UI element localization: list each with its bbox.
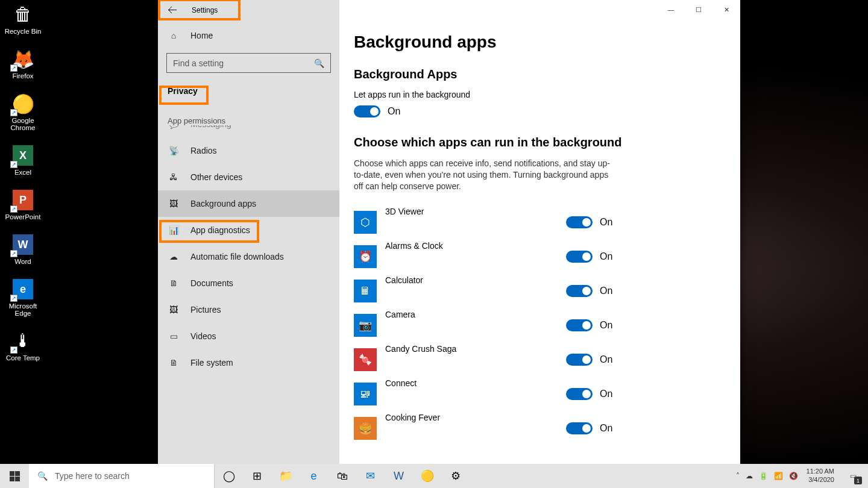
nav-icon: 🖧 — [168, 172, 180, 182]
taskbar-search[interactable]: 🔍 Type here to search — [29, 464, 215, 488]
window-title: Settings — [187, 6, 232, 14]
nav-icon: 💬 — [168, 125, 180, 129]
chrome-icon[interactable]: 🟡 — [413, 464, 441, 488]
app-icon: ⏰ — [354, 245, 377, 268]
home-row[interactable]: ⌂ Home — [158, 23, 339, 48]
settings-content: Background apps Background Apps Let apps… — [339, 20, 740, 466]
store-icon[interactable]: 🛍 — [328, 464, 356, 488]
close-button[interactable]: ✕ — [712, 0, 740, 19]
app-name: Connect — [385, 377, 566, 388]
app-row-camera: 📷CameraOn — [354, 308, 716, 343]
desktop-icon-word[interactable]: W↗Word — [2, 233, 43, 265]
app-toggle[interactable] — [566, 422, 593, 434]
desktop-icon-firefox[interactable]: 🦊↗Firefox — [2, 47, 43, 80]
nav-label: Documents — [190, 278, 233, 288]
maximize-button[interactable]: ☐ — [685, 0, 712, 19]
notification-badge: 1 — [854, 477, 862, 484]
app-row-candy-crush-saga: 🍬Candy Crush SagaOn — [354, 343, 716, 377]
desktop-icon-core-temp[interactable]: 🌡↗Core Temp — [2, 329, 43, 361]
nav-label: Other devices — [190, 172, 242, 182]
start-button[interactable] — [0, 464, 29, 488]
app-toggle-state: On — [600, 423, 612, 434]
app-toggle[interactable] — [566, 285, 593, 297]
app-icon: ⬡ — [354, 211, 377, 234]
app-row-calculator: 🖩CalculatorOn — [354, 274, 716, 308]
desktop-icon-recycle-bin[interactable]: 🗑Recycle Bin — [2, 2, 43, 35]
section-heading-b: Choose which apps can run in the backgro… — [354, 136, 716, 149]
home-icon: ⌂ — [168, 31, 180, 40]
settings-taskbar-icon[interactable]: ⚙ — [441, 464, 470, 488]
app-toggle[interactable] — [566, 319, 593, 331]
app-row-alarms-clock: ⏰Alarms & ClockOn — [354, 240, 716, 274]
core-temp-icon: 🌡↗ — [11, 329, 35, 353]
back-button[interactable]: 🡠 — [158, 0, 187, 20]
sidebar-item-messaging[interactable]: 💬Messaging — [158, 125, 339, 137]
nav-icon: 🖼 — [168, 305, 180, 314]
sidebar-item-file-system[interactable]: 🗎File system — [158, 349, 339, 376]
desktop-icon-excel[interactable]: X↗Excel — [2, 143, 43, 176]
windows-logo-icon — [10, 471, 20, 481]
network-icon[interactable]: 📶 — [772, 464, 785, 488]
nav-icon: 🗎 — [168, 278, 180, 288]
sidebar-item-automatic-file-downloads[interactable]: ☁Automatic file downloads — [158, 243, 339, 270]
app-toggle[interactable] — [566, 354, 593, 366]
master-toggle[interactable] — [354, 105, 380, 117]
app-name: Cooking Fever — [385, 411, 566, 422]
nav-label: Pictures — [190, 305, 221, 314]
app-toggle-state: On — [600, 320, 612, 331]
app-name: Calculator — [385, 274, 566, 285]
app-name: 3D Viewer — [385, 205, 566, 216]
action-center-icon[interactable]: ▭1 — [840, 464, 866, 488]
app-name: Alarms & Clock — [385, 240, 566, 251]
minimize-button[interactable]: — — [657, 0, 685, 19]
desktop-icon-google-chrome[interactable]: 🟡↗Google Chrome — [2, 92, 43, 131]
nav-icon: ▭ — [168, 331, 180, 341]
sidebar-nav[interactable]: 💬Messaging📡Radios🖧Other devices🖼Backgrou… — [158, 125, 339, 433]
settings-search-input[interactable]: Find a setting 🔍 — [166, 53, 331, 73]
nav-icon: 🖼 — [168, 199, 180, 208]
app-toggle-state: On — [600, 389, 612, 399]
section-description: Choose which apps can receive info, send… — [354, 158, 613, 192]
mail-icon[interactable]: ✉ — [356, 464, 385, 488]
app-toggle[interactable] — [566, 216, 593, 228]
nav-label: Automatic file downloads — [190, 252, 284, 261]
search-placeholder: Find a setting — [173, 58, 224, 68]
recycle-bin-icon: 🗑 — [11, 2, 35, 27]
file-explorer-icon[interactable]: 📁 — [271, 464, 300, 488]
tray-date: 3/4/2020 — [808, 476, 834, 484]
nav-label: App diagnostics — [190, 225, 250, 235]
desktop-icon-microsoft-edge[interactable]: e↗Microsoft Edge — [2, 277, 43, 317]
app-icon: 🍔 — [354, 417, 377, 440]
app-icon: 📷 — [354, 314, 377, 337]
app-toggle[interactable] — [566, 388, 593, 400]
cortana-icon[interactable]: ◯ — [215, 464, 243, 488]
sidebar-item-app-diagnostics[interactable]: 📊App diagnostics — [158, 217, 339, 243]
sidebar-item-radios[interactable]: 📡Radios — [158, 137, 339, 164]
app-toggle[interactable] — [566, 251, 593, 263]
settings-titlebar: 🡠 Settings — ☐ ✕ — [158, 0, 740, 20]
nav-label: Messaging — [190, 125, 231, 129]
window-controls: — ☐ ✕ — [657, 0, 740, 19]
sidebar-item-other-devices[interactable]: 🖧Other devices — [158, 164, 339, 190]
nav-icon: 📊 — [168, 225, 180, 235]
task-view-icon[interactable]: ⊞ — [243, 464, 271, 488]
word-icon[interactable]: W — [385, 464, 413, 488]
app-icon: 🖳 — [354, 383, 377, 405]
volume-icon[interactable]: 🔇 — [787, 464, 800, 488]
nav-icon: 📡 — [168, 146, 180, 155]
nav-label: Background apps — [190, 199, 256, 208]
tray-overflow-icon[interactable]: ˄ — [734, 464, 742, 488]
word-icon: W↗ — [11, 233, 35, 257]
sidebar-item-videos[interactable]: ▭Videos — [158, 323, 339, 349]
desktop-icon-powerpoint[interactable]: P↗PowerPoint — [2, 188, 43, 221]
firefox-icon: 🦊↗ — [11, 47, 35, 71]
onedrive-icon[interactable]: ☁ — [743, 464, 755, 488]
edge-icon[interactable]: e — [300, 464, 328, 488]
nav-label: File system — [190, 358, 233, 368]
power-icon[interactable]: 🔋 — [756, 464, 770, 488]
sidebar-item-documents[interactable]: 🗎Documents — [158, 270, 339, 296]
sidebar-item-background-apps[interactable]: 🖼Background apps — [158, 190, 339, 217]
sidebar-item-pictures[interactable]: 🖼Pictures — [158, 296, 339, 323]
app-row-cooking-fever: 🍔Cooking FeverOn — [354, 411, 716, 446]
clock[interactable]: 11:20 AM 3/4/2020 — [802, 468, 839, 484]
